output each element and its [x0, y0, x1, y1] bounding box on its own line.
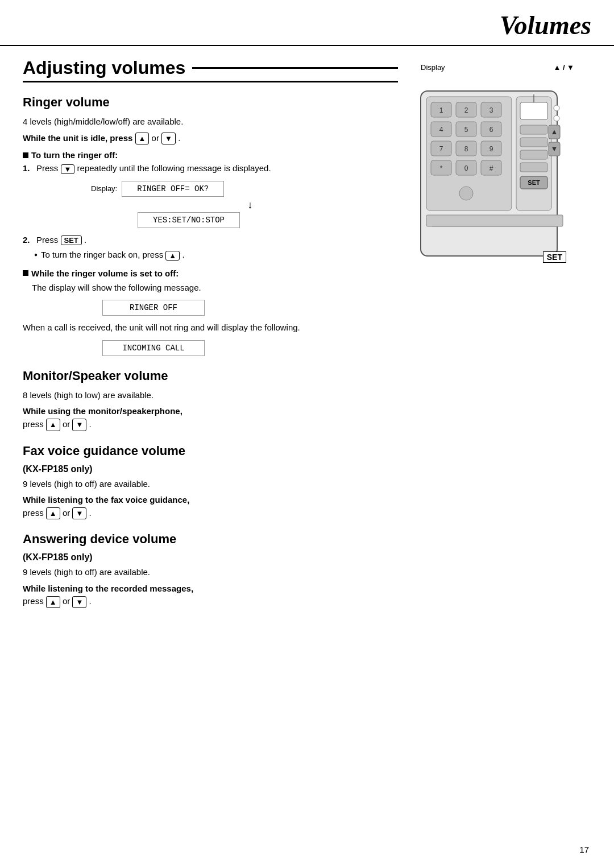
svg-text:3: 3 — [489, 106, 493, 114]
monitor-instruction: While using the monitor/speakerphone, pr… — [23, 405, 398, 431]
while-ringer-off-text: The display will show the following mess… — [32, 282, 398, 295]
sq-bullet-icon — [23, 152, 28, 158]
down-key-step1: ▼ — [61, 164, 75, 174]
left-column: Adjusting volumes Ringer volume 4 levels… — [23, 57, 415, 611]
ringer-idle-instruction: While the unit is idle, press ▲ or ▼ . — [23, 132, 398, 145]
svg-rect-28 — [520, 102, 547, 119]
answering-title: Answering device volume — [23, 532, 398, 547]
fax-voice-title: Fax voice guidance volume — [23, 444, 398, 458]
up-key-inline: ▲ — [135, 133, 150, 145]
monitor-speaker-section: Monitor/Speaker volume 8 levels (high to… — [23, 369, 398, 431]
svg-text:▲: ▲ — [551, 127, 558, 136]
svg-point-31 — [554, 115, 559, 121]
page-title: Volumes — [500, 11, 591, 40]
turn-off-heading: To turn the ringer off: — [23, 150, 398, 160]
ringer-on-hint: To turn the ringer back on, press ▲ . — [34, 250, 398, 261]
svg-text:*: * — [440, 164, 443, 172]
steps-list: 1. Press ▼ repeatedly until the followin… — [23, 163, 398, 174]
answering-intro: 9 levels (high to off) are available. — [23, 566, 398, 579]
display-box-1: RINGER OFF= OK? — [122, 181, 224, 197]
sq-bullet-icon-2 — [23, 270, 28, 276]
svg-rect-42 — [426, 215, 563, 226]
display-arrow-icon: ↓ — [102, 199, 398, 211]
step-2: 2. Press SET . — [23, 235, 398, 246]
svg-text:1: 1 — [439, 106, 443, 114]
down-key-fax: ▼ — [72, 507, 86, 520]
svg-rect-34 — [520, 150, 547, 159]
ringer-volume-section: Ringer volume 4 levels (high/middle/low/… — [23, 95, 398, 356]
answering-instruction: While listening to the recorded messages… — [23, 582, 398, 608]
up-key-monitor: ▲ — [46, 419, 60, 431]
svg-text:7: 7 — [439, 145, 443, 153]
answering-kx-only: (KX-FP185 only) — [23, 552, 398, 563]
set-label-device: SET — [543, 251, 566, 263]
down-key-inline: ▼ — [161, 133, 176, 145]
page-header: Volumes — [0, 0, 614, 46]
device-svg: 1 2 3 4 5 6 7 8 9 * 0 # — [415, 74, 574, 267]
display-label: Display — [421, 63, 445, 72]
fax-instruction: While listening to the fax voice guidanc… — [23, 494, 398, 519]
svg-text:2: 2 — [464, 106, 468, 114]
down-key-answer: ▼ — [72, 596, 86, 609]
fax-kx-only: (KX-FP185 only) — [23, 464, 398, 474]
steps-list-2: 2. Press SET . — [23, 235, 398, 246]
down-key-monitor: ▼ — [72, 419, 86, 431]
ringer-volume-title: Ringer volume — [23, 95, 398, 110]
ringer-off-display: RINGER OFF — [102, 300, 205, 316]
ringer-intro: 4 levels (high/middle/low/off) are avail… — [23, 115, 398, 129]
svg-point-30 — [554, 105, 559, 111]
right-column: Display ▲ / ▼ 1 2 3 4 5 6 — [415, 57, 591, 611]
monitor-intro: 8 levels (high to low) are available. — [23, 389, 398, 402]
svg-text:4: 4 — [439, 126, 443, 134]
svg-text:9: 9 — [489, 145, 493, 153]
ringer-off-display-wrap: RINGER OFF — [102, 300, 398, 316]
answering-device-section: Answering device volume (KX-FP185 only) … — [23, 532, 398, 608]
set-key: SET — [61, 235, 82, 245]
svg-rect-32 — [520, 125, 547, 134]
incoming-call-display-wrap: INCOMING CALL — [102, 340, 398, 356]
main-section-title: Adjusting volumes — [23, 57, 398, 82]
step-1: 1. Press ▼ repeatedly until the followin… — [23, 163, 398, 174]
svg-point-26 — [459, 187, 473, 200]
up-key-answer: ▲ — [46, 596, 60, 609]
svg-text:6: 6 — [489, 126, 493, 134]
svg-rect-33 — [520, 138, 547, 147]
svg-text:8: 8 — [464, 145, 468, 153]
incoming-call-intro: When a call is received, the unit will n… — [23, 321, 398, 334]
incoming-call-display: INCOMING CALL — [102, 340, 205, 356]
display-box-2: YES:SET/NO:STOP — [138, 212, 240, 228]
svg-text:5: 5 — [464, 126, 468, 134]
monitor-speaker-title: Monitor/Speaker volume — [23, 369, 398, 383]
fax-intro: 9 levels (high to off) are available. — [23, 478, 398, 491]
fax-voice-section: Fax voice guidance volume (KX-FP185 only… — [23, 444, 398, 520]
up-key-fax: ▲ — [46, 507, 60, 520]
svg-rect-35 — [520, 163, 547, 172]
up-down-label: ▲ / ▼ — [553, 63, 574, 72]
display-label-row: Display: RINGER OFF= OK? — [91, 181, 398, 197]
display-box-group: Display: RINGER OFF= OK? ↓ YES:SET/NO:ST… — [57, 181, 398, 228]
up-key-dot: ▲ — [165, 251, 180, 261]
svg-text:SET: SET — [528, 179, 540, 186]
page-number: 17 — [579, 845, 589, 854]
svg-text:#: # — [489, 164, 493, 172]
svg-text:0: 0 — [464, 164, 468, 172]
while-ringer-off-heading: While the ringer volume is set to off: — [23, 268, 398, 278]
svg-text:▼: ▼ — [551, 144, 558, 153]
